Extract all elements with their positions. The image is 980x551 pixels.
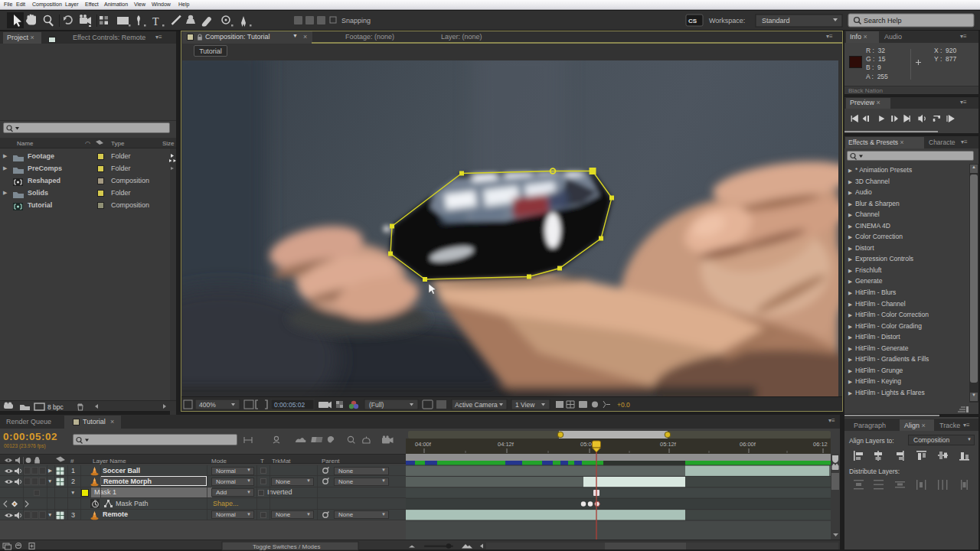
svg-text:Standard: Standard [762,17,790,24]
svg-text:04:12f: 04:12f [498,441,514,448]
svg-text:400%: 400% [199,401,216,409]
svg-text:Layer Name: Layer Name [93,458,126,465]
svg-text:+0.0: +0.0 [617,401,630,409]
svg-text:Parent: Parent [322,458,340,465]
svg-text:Workspace:: Workspace: [709,17,745,24]
svg-text:06:12: 06:12 [813,441,828,448]
svg-text:8 bpc: 8 bpc [47,403,64,411]
svg-text:TrkMat: TrkMat [272,458,291,465]
svg-text:(Full): (Full) [369,401,384,409]
svg-text:#: # [70,458,74,465]
svg-text:Search Help: Search Help [864,17,902,24]
svg-text:Toggle Switches / Modes: Toggle Switches / Modes [253,543,321,550]
svg-text:04:00f: 04:00f [415,441,432,448]
svg-text:0:00:05:02: 0:00:05:02 [274,401,305,409]
svg-text:CS: CS [688,18,697,24]
svg-text:Mode: Mode [211,458,227,465]
svg-text:Active Camera: Active Camera [455,401,498,409]
svg-text:1 View: 1 View [515,401,535,409]
svg-text:06:00f: 06:00f [740,441,756,448]
svg-text:T: T [152,16,159,28]
svg-text:T: T [260,458,264,465]
svg-text:05:12f: 05:12f [660,441,677,448]
svg-text:Snapping: Snapping [341,17,371,24]
